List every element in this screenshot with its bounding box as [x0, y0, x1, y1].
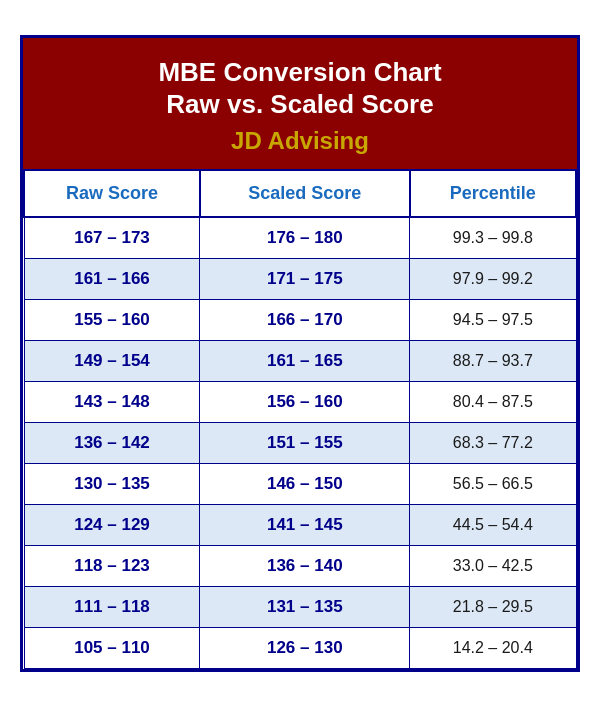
cell-scaled-score: 131 – 135 [200, 586, 410, 627]
cell-scaled-score: 166 – 170 [200, 299, 410, 340]
table-row: 149 – 154161 – 16588.7 – 93.7 [24, 340, 576, 381]
cell-raw-score: 118 – 123 [24, 545, 200, 586]
chart-header: MBE Conversion Chart Raw vs. Scaled Scor… [23, 38, 577, 169]
cell-raw-score: 143 – 148 [24, 381, 200, 422]
conversion-table: Raw Score Scaled Score Percentile 167 – … [23, 169, 577, 669]
col-header-scaled: Scaled Score [200, 170, 410, 217]
cell-percentile: 33.0 – 42.5 [410, 545, 576, 586]
conversion-chart-card: MBE Conversion Chart Raw vs. Scaled Scor… [20, 35, 580, 672]
col-header-percentile: Percentile [410, 170, 576, 217]
cell-percentile: 44.5 – 54.4 [410, 504, 576, 545]
col-header-raw: Raw Score [24, 170, 200, 217]
cell-percentile: 99.3 – 99.8 [410, 217, 576, 259]
cell-scaled-score: 171 – 175 [200, 258, 410, 299]
table-row: 105 – 110126 – 13014.2 – 20.4 [24, 627, 576, 668]
cell-percentile: 56.5 – 66.5 [410, 463, 576, 504]
cell-raw-score: 167 – 173 [24, 217, 200, 259]
cell-scaled-score: 161 – 165 [200, 340, 410, 381]
title-line2: Raw vs. Scaled Score [166, 89, 433, 119]
table-row: 155 – 160166 – 17094.5 – 97.5 [24, 299, 576, 340]
cell-percentile: 94.5 – 97.5 [410, 299, 576, 340]
cell-raw-score: 155 – 160 [24, 299, 200, 340]
table-row: 111 – 118131 – 13521.8 – 29.5 [24, 586, 576, 627]
cell-raw-score: 130 – 135 [24, 463, 200, 504]
cell-raw-score: 149 – 154 [24, 340, 200, 381]
table-row: 130 – 135146 – 15056.5 – 66.5 [24, 463, 576, 504]
cell-scaled-score: 126 – 130 [200, 627, 410, 668]
cell-raw-score: 136 – 142 [24, 422, 200, 463]
cell-percentile: 14.2 – 20.4 [410, 627, 576, 668]
cell-raw-score: 105 – 110 [24, 627, 200, 668]
table-row: 124 – 129141 – 14544.5 – 54.4 [24, 504, 576, 545]
cell-scaled-score: 146 – 150 [200, 463, 410, 504]
cell-percentile: 68.3 – 77.2 [410, 422, 576, 463]
table-header-row: Raw Score Scaled Score Percentile [24, 170, 576, 217]
chart-title: MBE Conversion Chart Raw vs. Scaled Scor… [33, 56, 567, 121]
table-row: 167 – 173176 – 18099.3 – 99.8 [24, 217, 576, 259]
cell-scaled-score: 151 – 155 [200, 422, 410, 463]
cell-scaled-score: 136 – 140 [200, 545, 410, 586]
cell-scaled-score: 141 – 145 [200, 504, 410, 545]
cell-percentile: 88.7 – 93.7 [410, 340, 576, 381]
table-row: 161 – 166171 – 17597.9 – 99.2 [24, 258, 576, 299]
cell-scaled-score: 176 – 180 [200, 217, 410, 259]
cell-raw-score: 111 – 118 [24, 586, 200, 627]
table-row: 118 – 123136 – 14033.0 – 42.5 [24, 545, 576, 586]
cell-percentile: 21.8 – 29.5 [410, 586, 576, 627]
cell-percentile: 97.9 – 99.2 [410, 258, 576, 299]
brand-name: JD Advising [33, 127, 567, 155]
cell-raw-score: 161 – 166 [24, 258, 200, 299]
table-row: 136 – 142151 – 15568.3 – 77.2 [24, 422, 576, 463]
cell-raw-score: 124 – 129 [24, 504, 200, 545]
table-row: 143 – 148156 – 16080.4 – 87.5 [24, 381, 576, 422]
cell-percentile: 80.4 – 87.5 [410, 381, 576, 422]
cell-scaled-score: 156 – 160 [200, 381, 410, 422]
title-line1: MBE Conversion Chart [158, 57, 441, 87]
